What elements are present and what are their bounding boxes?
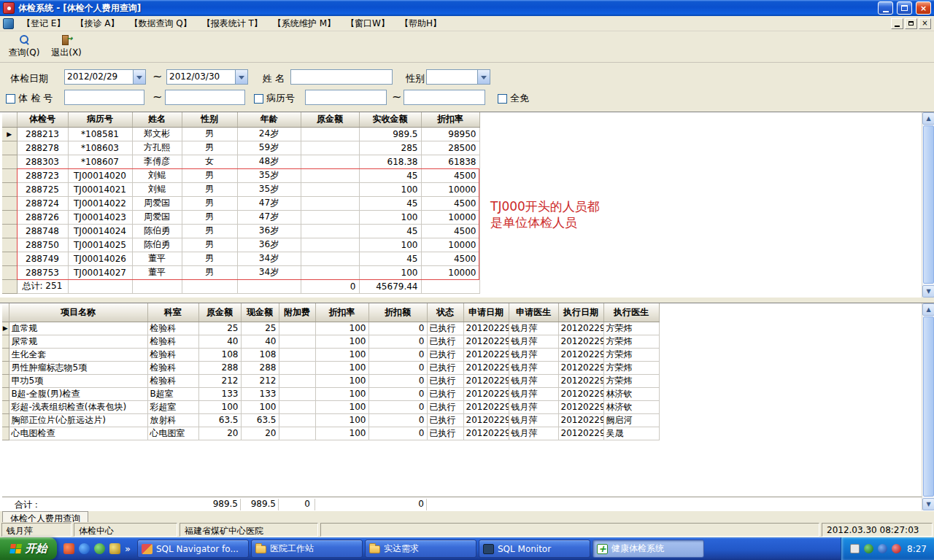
cell[interactable]: 59岁 <box>237 141 301 155</box>
cell[interactable]: 100 <box>315 400 368 413</box>
cell[interactable]: 尿常规 <box>9 335 147 348</box>
cell[interactable]: 100 <box>198 400 241 413</box>
cell[interactable]: 34岁 <box>237 265 301 279</box>
cell[interactable]: 100 <box>359 182 421 196</box>
query-button[interactable]: 查询(Q) <box>4 33 44 61</box>
cell[interactable] <box>279 335 315 348</box>
cell[interactable]: 男 <box>182 224 237 238</box>
cell[interactable]: 方荣炜 <box>603 322 659 335</box>
scrollbar-thumb[interactable] <box>923 125 934 284</box>
cell[interactable]: 林济钦 <box>603 387 659 400</box>
cell[interactable]: 方荣炜 <box>603 374 659 387</box>
table-row[interactable]: 尿常规检验科40401000已执行20120229钱月萍20120229方荣炜 <box>2 335 659 348</box>
cell[interactable] <box>301 141 359 155</box>
cell[interactable]: 周爱国 <box>132 210 182 224</box>
cell[interactable] <box>279 400 315 413</box>
column-header[interactable]: 附加费 <box>279 303 315 322</box>
cell[interactable]: 0 <box>368 374 427 387</box>
exam-no-checkbox[interactable] <box>6 94 15 104</box>
keyboard-icon[interactable] <box>850 544 860 553</box>
table-row[interactable]: 288726TJ00014023周爱国男47岁10010000 <box>2 210 479 224</box>
cell[interactable]: 郑文彬 <box>132 127 182 141</box>
table-row[interactable]: 胸部正位片(心脏远达片)放射科63.563.51000已执行20120229钱月… <box>2 413 659 427</box>
cell[interactable]: 108 <box>241 348 279 361</box>
column-header[interactable]: 执行医生 <box>603 303 659 322</box>
cell[interactable] <box>279 348 315 361</box>
taskbar-item-sql-navigator[interactable]: SQL Navigator fo... <box>137 540 249 558</box>
cell[interactable]: 100 <box>359 265 421 279</box>
cell[interactable]: 男 <box>182 210 237 224</box>
cell[interactable]: 胸部正位片(心脏远达片) <box>9 413 147 427</box>
cell[interactable]: 4500 <box>421 196 479 210</box>
cell[interactable]: 女 <box>182 155 237 168</box>
cell[interactable]: 陈伯勇 <box>132 224 182 238</box>
cell[interactable]: 钱月萍 <box>509 427 558 440</box>
table-row[interactable]: ▶血常规检验科25251000已执行20120229钱月萍20120229方荣炜 <box>2 322 659 335</box>
cell[interactable] <box>301 210 359 224</box>
cell[interactable] <box>301 265 359 279</box>
cell[interactable]: 20120229 <box>463 361 509 374</box>
cell[interactable]: 已执行 <box>427 387 463 400</box>
column-header[interactable]: 姓名 <box>132 112 182 127</box>
cell[interactable]: 陈伯勇 <box>132 238 182 252</box>
cell[interactable]: 10000 <box>421 210 479 224</box>
cell[interactable]: 34岁 <box>237 252 301 265</box>
cell[interactable]: 已执行 <box>427 361 463 374</box>
gender-combo[interactable] <box>426 69 490 85</box>
cell[interactable]: 刘鲲 <box>132 168 182 182</box>
cell[interactable]: 20120229 <box>558 413 603 427</box>
table-row[interactable]: 生化全套检验科1081081000已执行20120229钱月萍20120229方… <box>2 348 659 361</box>
cell[interactable]: *108607 <box>68 155 132 168</box>
cell[interactable]: 0 <box>368 348 427 361</box>
cell[interactable]: 100 <box>315 361 368 374</box>
cell[interactable]: 已执行 <box>427 400 463 413</box>
menu-report-stats[interactable]: 【报表统计 T】 <box>197 16 268 31</box>
name-input[interactable] <box>290 69 393 85</box>
table-row[interactable]: ▶288213*108581郑文彬男24岁989.598950 <box>2 127 479 141</box>
cell[interactable]: 男 <box>182 182 237 196</box>
scrollbar-track[interactable]: ▲ ▼ <box>922 112 934 298</box>
chevron-down-icon[interactable] <box>477 70 490 84</box>
cell[interactable]: 10000 <box>421 182 479 196</box>
cell[interactable]: 20120229 <box>558 361 603 374</box>
cell[interactable]: 4500 <box>421 168 479 182</box>
cell[interactable]: 20120229 <box>463 335 509 348</box>
exam-no-from-input[interactable] <box>64 90 144 105</box>
free-checkbox[interactable] <box>498 94 507 104</box>
column-header[interactable]: 申请日期 <box>463 303 509 322</box>
cell[interactable]: 10000 <box>421 265 479 279</box>
cell[interactable]: 100 <box>241 400 279 413</box>
cell[interactable]: 男 <box>182 168 237 182</box>
cell[interactable]: 钱月萍 <box>509 322 558 335</box>
cell[interactable]: 10000 <box>421 238 479 252</box>
table-row[interactable]: 288748TJ00014024陈伯勇男36岁454500 <box>2 224 479 238</box>
column-header[interactable]: 科室 <box>147 303 198 322</box>
cell[interactable]: 618.38 <box>359 155 421 168</box>
cell[interactable]: 男 <box>182 238 237 252</box>
cell[interactable]: 检验科 <box>147 348 198 361</box>
cell[interactable]: 阙启河 <box>603 413 659 427</box>
cell[interactable] <box>279 387 315 400</box>
cell[interactable]: 男 <box>182 252 237 265</box>
cell[interactable]: 288303 <box>17 155 68 168</box>
cell[interactable]: 已执行 <box>427 322 463 335</box>
cell[interactable]: 男 <box>182 141 237 155</box>
menu-reception[interactable]: 【接诊 A】 <box>70 16 124 31</box>
cell[interactable]: 检验科 <box>147 361 198 374</box>
cell[interactable]: 45 <box>359 196 421 210</box>
cell[interactable]: 20120229 <box>558 322 603 335</box>
cell[interactable]: 20120229 <box>558 374 603 387</box>
cell[interactable]: 100 <box>359 210 421 224</box>
menu-window[interactable]: 【窗口W】 <box>341 16 395 31</box>
cell[interactable]: 男性肿瘤标志物5项 <box>9 361 147 374</box>
menu-help[interactable]: 【帮助H】 <box>395 16 447 31</box>
cell[interactable]: 285 <box>359 141 421 155</box>
cell[interactable]: 100 <box>315 427 368 440</box>
cell[interactable]: 4500 <box>421 252 479 265</box>
tab-personal-fee-query[interactable]: 体检个人费用查询 <box>2 511 88 523</box>
cell[interactable]: TJ00014027 <box>68 265 132 279</box>
cell[interactable] <box>301 196 359 210</box>
cell[interactable]: 36岁 <box>237 224 301 238</box>
cell[interactable]: 钱月萍 <box>509 348 558 361</box>
cell[interactable]: TJ00014021 <box>68 182 132 196</box>
